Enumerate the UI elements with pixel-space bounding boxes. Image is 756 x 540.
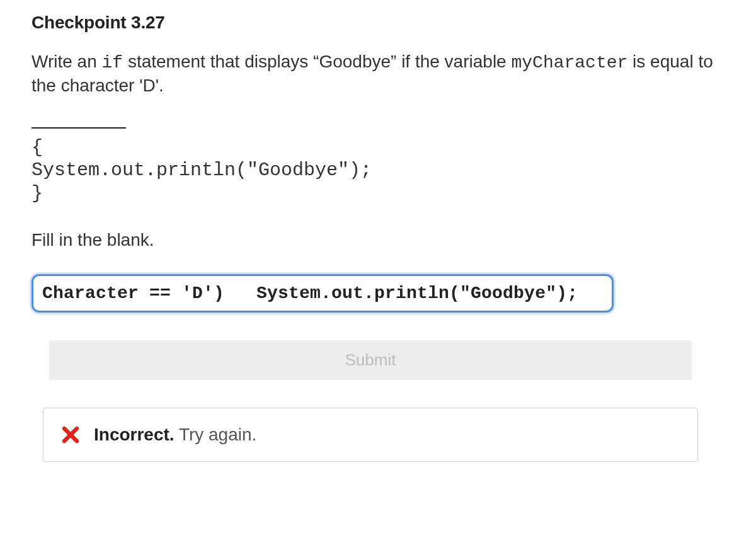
prompt-code-mycharacter: myCharacter <box>511 53 627 72</box>
code-line-3: } <box>32 182 724 205</box>
prompt-text-1: Write an <box>32 52 102 71</box>
feedback-box: Incorrect. Try again. <box>43 408 698 462</box>
question-prompt: Write an if statement that displays “Goo… <box>32 50 724 97</box>
feedback-rest: Try again. <box>175 425 257 444</box>
fill-blank-line <box>32 127 126 129</box>
code-context-block: { System.out.println("Goodbye"); } <box>32 127 724 205</box>
prompt-code-if: if <box>102 53 123 72</box>
fill-in-label: Fill in the blank. <box>32 230 724 250</box>
code-line-2: System.out.println("Goodbye"); <box>32 159 724 182</box>
submit-button[interactable]: Submit <box>49 340 692 380</box>
answer-input[interactable] <box>32 274 614 313</box>
incorrect-x-icon <box>61 425 80 444</box>
feedback-strong: Incorrect. <box>94 425 175 444</box>
feedback-text: Incorrect. Try again. <box>94 425 256 445</box>
checkpoint-heading: Checkpoint 3.27 <box>32 13 724 33</box>
prompt-text-2: statement that displays “Goodbye” if the… <box>123 52 511 71</box>
code-line-1: { <box>32 136 724 159</box>
